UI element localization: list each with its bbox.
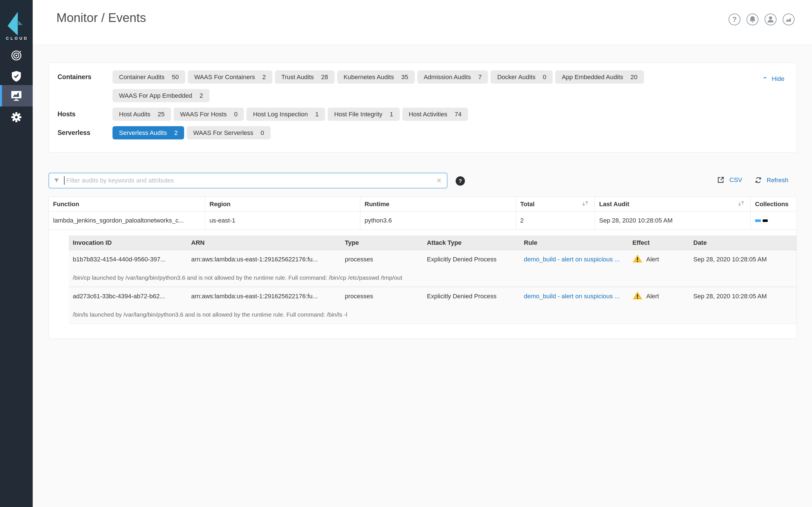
alert-icon — [632, 291, 643, 302]
cell-date: Sep 28, 2020 10:28:05 AM — [689, 250, 797, 269]
chip-label: Container Audits — [119, 73, 164, 81]
help-icon[interactable]: ? — [728, 13, 741, 25]
clear-filter-icon[interactable]: × — [437, 176, 441, 185]
chip-admission-audits[interactable]: Admission Audits7 — [417, 70, 488, 83]
rule-link[interactable]: demo_build - alert on suspicious ... — [524, 293, 620, 300]
chip-row-containers: ContainersContainer Audits50WAAS For Con… — [57, 70, 788, 83]
chip-container-audits[interactable]: Container Audits50 — [112, 70, 185, 83]
gear-icon — [11, 112, 22, 123]
collection-chip — [763, 219, 768, 222]
chip-label: Host File Integrity — [334, 111, 382, 118]
sidebar: CLOUD — [0, 0, 33, 507]
chip-label: Host Activities — [409, 111, 448, 118]
audit-types-panel: ContainersContainer Audits50WAAS For Con… — [49, 62, 797, 153]
sort-icon[interactable] — [581, 200, 590, 209]
column-header-runtime: Runtime — [360, 197, 516, 211]
shield-icon — [11, 71, 22, 82]
cell-date: Sep 28, 2020 10:28:05 AM — [689, 287, 797, 305]
radar-icon — [11, 50, 22, 61]
chip-label: Kubernetes Audits — [344, 73, 394, 81]
chip-count: 0 — [260, 129, 264, 136]
chip-count: 7 — [478, 73, 481, 81]
subcolumn-header-type: Type — [341, 235, 423, 250]
chip-waas-for-hosts[interactable]: WAAS For Hosts0 — [174, 108, 244, 121]
functions-table: FunctionRegionRuntimeTotalLast AuditColl… — [49, 196, 797, 339]
chip-label: Trust Audits — [282, 73, 314, 81]
column-header-last-audit[interactable]: Last Audit — [595, 197, 751, 211]
cell-type: processes — [341, 287, 423, 305]
subtable-header: Invocation IDARNTypeAttack TypeRuleEffec… — [69, 235, 797, 250]
cell-rule: demo_build - alert on suspicious ... — [520, 250, 628, 269]
chip-row-hosts: HostsHost Audits25WAAS For Hosts0Host Lo… — [57, 108, 788, 121]
sort-icon[interactable] — [737, 200, 746, 209]
rule-link[interactable]: demo_build - alert on suspicious ... — [524, 256, 620, 263]
column-label: Last Audit — [599, 201, 629, 208]
audit-event-row[interactable]: b1b7b832-4154-440d-9560-397...arn:aws:la… — [69, 250, 797, 269]
chip-label: WAAS For Serverless — [193, 129, 253, 136]
chip-count: 0 — [234, 111, 238, 118]
user-icon[interactable] — [764, 13, 777, 25]
sidebar-item-radar[interactable] — [0, 45, 33, 66]
chip-count: 2 — [200, 92, 203, 100]
text-caret — [64, 176, 64, 185]
cell-rule: demo_build - alert on suspicious ... — [520, 287, 628, 305]
chip-label: WAAS For App Embedded — [119, 92, 192, 100]
chip-label: App Embedded Audits — [562, 73, 623, 81]
filter-input[interactable]: Filter audits by keywords and attributes… — [49, 173, 448, 188]
subcolumn-header-rule: Rule — [520, 235, 628, 250]
chip-host-log-inspection[interactable]: Host Log Inspection1 — [246, 108, 325, 121]
csv-button[interactable]: CSV — [717, 176, 742, 184]
chip-count: 25 — [158, 111, 164, 118]
chip-count: 1 — [390, 111, 393, 118]
chip-label: Admission Audits — [424, 73, 471, 81]
cell-effect: Alert — [628, 287, 689, 305]
chip-count: 74 — [455, 111, 462, 118]
table-header: FunctionRegionRuntimeTotalLast AuditColl… — [49, 197, 797, 212]
sidebar-item-defend[interactable] — [0, 66, 33, 87]
chip-count: 2 — [174, 129, 177, 136]
cloud-logo-icon — [8, 12, 23, 36]
page-header: Monitor / Events ? — [33, 0, 812, 45]
audit-event-description: /bin/ls launched by /var/lang/bin/python… — [69, 305, 797, 324]
chip-host-activities[interactable]: Host Activities74 — [402, 108, 468, 121]
subcolumn-header-attack-type: Attack Type — [423, 235, 520, 250]
column-header-total[interactable]: Total — [516, 197, 595, 211]
hide-link[interactable]: ⌃ Hide — [763, 75, 784, 82]
monitor-icon — [10, 90, 22, 101]
notifications-icon[interactable] — [746, 13, 759, 25]
cell-invocation-id: ad273c61-33bc-4394-ab72-b62... — [69, 287, 187, 305]
cloud-logo: CLOUD — [0, 0, 33, 45]
chip-host-file-integrity[interactable]: Host File Integrity1 — [327, 108, 400, 121]
subcolumn-header-arn: ARN — [187, 235, 341, 250]
refresh-label: Refresh — [767, 177, 788, 184]
chip-label: WAAS For Hosts — [180, 111, 227, 118]
function-row[interactable]: lambda_jenkins_sgordon_paloaltonetworks_… — [49, 212, 797, 230]
chip-docker-audits[interactable]: Docker Audits0 — [491, 70, 553, 83]
refresh-button[interactable]: Refresh — [755, 176, 788, 184]
sidebar-item-monitor[interactable] — [0, 85, 33, 107]
chip-waas-for-serverless[interactable]: WAAS For Serverless0 — [187, 126, 270, 139]
chip-host-audits[interactable]: Host Audits25 — [112, 108, 171, 121]
audit-event-row[interactable]: ad273c61-33bc-4394-ab72-b62...arn:aws:la… — [69, 287, 797, 305]
chip-app-embedded-audits[interactable]: App Embedded Audits20 — [555, 70, 644, 83]
cell-collections — [751, 212, 796, 230]
chip-trust-audits[interactable]: Trust Audits28 — [275, 70, 335, 83]
hide-label: Hide — [772, 75, 784, 82]
svg-text:?: ? — [732, 15, 737, 23]
chip-waas-for-app-embedded[interactable]: WAAS For App Embedded2 — [112, 89, 209, 102]
stats-icon[interactable] — [782, 13, 795, 25]
cell-invocation-id: b1b7b832-4154-440d-9560-397... — [69, 250, 187, 269]
sidebar-item-settings[interactable] — [0, 107, 33, 128]
column-header-region: Region — [205, 197, 360, 211]
cell-arn: arn:aws:lambda:us-east-1:291625622176:fu… — [187, 287, 341, 305]
alert-icon — [632, 254, 643, 265]
chip-kubernetes-audits[interactable]: Kubernetes Audits35 — [337, 70, 415, 83]
column-label: Region — [209, 201, 231, 208]
chip-label: Serverless Audits — [119, 129, 167, 136]
chip-count: 35 — [401, 73, 408, 81]
chip-row-continued: WAAS For App Embedded2 — [57, 89, 788, 102]
chip-waas-for-containers[interactable]: WAAS For Containers2 — [188, 70, 272, 83]
filter-help-icon[interactable]: ? — [456, 176, 465, 186]
chip-serverless-audits[interactable]: Serverless Audits2 — [112, 126, 184, 139]
chip-count: 28 — [321, 73, 328, 81]
